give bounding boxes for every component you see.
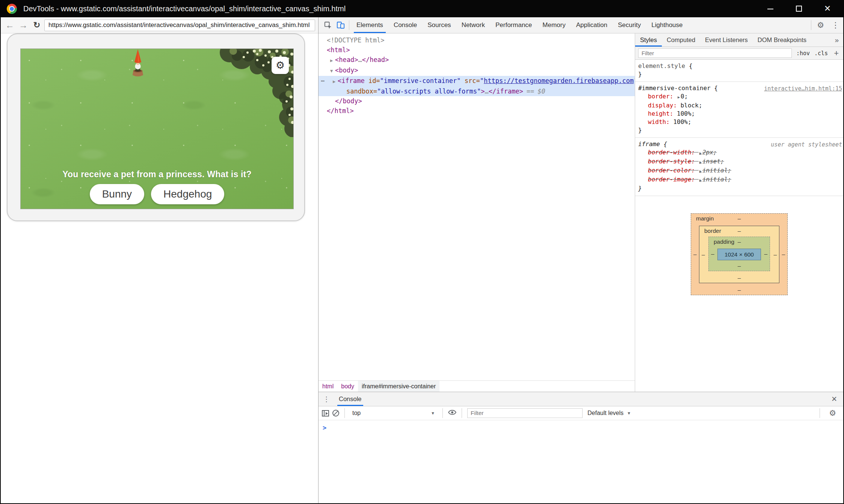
console-sidebar-toggle-icon[interactable]	[322, 410, 329, 416]
clear-console-icon[interactable]	[332, 410, 339, 416]
code-line-iframe-1[interactable]: ⋯▶<iframe id="immersive-container" src="…	[319, 76, 635, 86]
box-model-padding: padding – – – – 1024 × 600	[708, 237, 770, 271]
execution-context-select[interactable]: top ▼	[350, 410, 437, 416]
expand-arrow-icon[interactable]: ▶	[699, 178, 702, 182]
tab-event-listeners[interactable]: Event Listeners	[700, 33, 753, 47]
console-prompt[interactable]: >	[319, 420, 843, 432]
toolbar-separator	[811, 20, 811, 30]
live-expression-eye-icon[interactable]	[448, 409, 456, 417]
stylesheet-source-link[interactable]: interactive…him.html:15	[764, 85, 842, 93]
window-body: ← → ↻	[1, 17, 843, 503]
devtools-tabbar: Elements Console Sources Network Perform…	[319, 17, 843, 33]
chevron-down-icon: ▼	[431, 411, 435, 415]
selected-node[interactable]: ⋯▶<iframe id="immersive-container" src="…	[319, 76, 635, 96]
gutter-more-icon[interactable]: ⋯	[321, 76, 325, 86]
code-line-body-open[interactable]: ▼<body>	[319, 65, 635, 76]
css-property[interactable]: border ▶0	[638, 92, 840, 101]
console-drawer: ⋮ Console ✕ top ▼	[319, 392, 843, 503]
code-line-body-close[interactable]: </body>	[319, 96, 635, 106]
collapse-arrow-icon[interactable]: ▼	[330, 66, 335, 76]
window-controls: ✕	[767, 5, 837, 12]
pseudo-state-toggle[interactable]: :hov	[796, 50, 810, 57]
console-settings-gear-icon[interactable]: ⚙	[825, 406, 840, 421]
css-property[interactable]: display block	[638, 101, 840, 110]
code-line-html-close[interactable]: </html>	[319, 106, 635, 116]
choice-hedgehog-button[interactable]: Hedgehog	[151, 184, 224, 204]
forward-icon[interactable]: →	[17, 20, 29, 31]
dom-tree: <!DOCTYPE html> <html> ▶<head>…</head> ▼…	[319, 33, 635, 380]
gear-icon: ⚙	[276, 59, 285, 71]
console-toolbar: top ▼ Default levels ▼ ⚙	[319, 406, 843, 420]
game-screen: ⚙ You receive a pet from a princess. Wha…	[20, 48, 294, 209]
css-property-overridden[interactable]: border-color ▶initial	[638, 166, 840, 175]
css-property[interactable]: height 100%	[638, 110, 840, 118]
more-tabs-icon[interactable]: »	[830, 33, 843, 47]
tab-memory[interactable]: Memory	[537, 17, 571, 33]
styles-tabbar: Styles Computed Event Listeners DOM Brea…	[635, 33, 843, 47]
tab-sources[interactable]: Sources	[422, 17, 456, 33]
tab-lighthouse[interactable]: Lighthouse	[646, 17, 688, 33]
tab-console[interactable]: Console	[388, 17, 422, 33]
toolbar-separator	[462, 408, 462, 418]
tab-computed[interactable]: Computed	[662, 33, 700, 47]
page-viewport: ⚙ You receive a pet from a princess. Wha…	[1, 33, 318, 503]
code-line-head[interactable]: ▶<head>…</head>	[319, 55, 635, 65]
rule-element-style[interactable]: element.style { }	[635, 60, 843, 82]
expand-arrow-icon[interactable]: ▶	[699, 169, 702, 173]
minimize-button[interactable]	[767, 5, 774, 12]
overflow-menu-icon[interactable]: ⋮	[828, 18, 843, 33]
reload-icon[interactable]: ↻	[31, 20, 43, 31]
breadcrumb-iframe[interactable]: iframe#immersive-container	[358, 381, 439, 392]
element-class-toggle[interactable]: .cls	[814, 50, 828, 57]
rule-iframe-user-agent[interactable]: user agent stylesheet iframe { border-wi…	[635, 138, 843, 196]
tab-network[interactable]: Network	[456, 17, 490, 33]
css-property[interactable]: width 100%	[638, 118, 840, 126]
devtools-body: <!DOCTYPE html> <html> ▶<head>…</head> ▼…	[319, 33, 843, 392]
expand-arrow-icon[interactable]: ▶	[333, 77, 338, 86]
tab-styles[interactable]: Styles	[635, 33, 662, 47]
new-style-rule-button[interactable]: +	[834, 48, 839, 58]
tab-dom-breakpoints[interactable]: DOM Breakpoints	[753, 33, 811, 47]
back-icon[interactable]: ←	[4, 20, 16, 31]
styles-filter-input[interactable]	[638, 48, 792, 58]
expand-arrow-icon[interactable]: ▶	[330, 56, 335, 65]
tablet-frame: ⚙ You receive a pet from a princess. Wha…	[7, 33, 305, 221]
log-levels-select[interactable]: Default levels ▼	[587, 410, 631, 416]
breadcrumb-body[interactable]: body	[337, 381, 358, 392]
expand-arrow-icon[interactable]: ▶	[699, 160, 702, 164]
tab-application[interactable]: Application	[571, 17, 613, 33]
gnome-figure	[130, 49, 146, 78]
code-line-html-open[interactable]: <html>	[319, 45, 635, 55]
close-button[interactable]: ✕	[824, 5, 831, 12]
settings-gear-icon[interactable]: ⚙	[813, 18, 828, 33]
drawer-menu-icon[interactable]: ⋮	[322, 392, 331, 406]
breadcrumb-html[interactable]: html	[319, 381, 337, 392]
expand-arrow-icon[interactable]: ▶	[678, 95, 680, 99]
elements-panel: <!DOCTYPE html> <html> ▶<head>…</head> ▼…	[319, 33, 635, 392]
inspect-element-icon[interactable]	[322, 19, 334, 32]
tab-elements[interactable]: Elements	[351, 17, 388, 33]
device-toolbar-icon[interactable]	[334, 19, 347, 32]
console-filter-input[interactable]	[467, 408, 583, 418]
tab-performance[interactable]: Performance	[490, 17, 537, 33]
choice-bunny-button[interactable]: Bunny	[90, 184, 144, 204]
styles-sidebar: Styles Computed Event Listeners DOM Brea…	[635, 33, 843, 392]
styles-rules: element.style { } interactive…him.html:1…	[635, 60, 843, 392]
expand-arrow-icon[interactable]: ▶	[699, 151, 702, 155]
maximize-button[interactable]	[795, 5, 803, 12]
toolbar-separator	[344, 408, 345, 418]
drawer-close-icon[interactable]: ✕	[829, 392, 839, 406]
tab-security[interactable]: Security	[613, 17, 646, 33]
code-line-doctype[interactable]: <!DOCTYPE html>	[319, 35, 635, 45]
css-property-overridden[interactable]: border-style ▶inset	[638, 157, 840, 166]
iframe-src-link[interactable]: https://testgnomegarden.firebaseapp.com	[484, 77, 634, 85]
url-input[interactable]	[44, 20, 315, 31]
game-settings-button[interactable]: ⚙	[272, 57, 289, 74]
rule-immersive-container[interactable]: interactive…him.html:15 #immersive-conta…	[635, 82, 843, 138]
css-property-overridden[interactable]: border-width ▶2px	[638, 148, 840, 157]
css-property-overridden[interactable]: border-image ▶initial	[638, 175, 840, 184]
drawer-tab-console[interactable]: Console	[337, 392, 363, 406]
browser-toolbar: ← → ↻	[1, 17, 318, 33]
box-model-margin: margin – – – – border – – – –	[691, 213, 788, 295]
code-line-iframe-2[interactable]: sandbox="allow-scripts allow-forms">…</i…	[319, 86, 635, 96]
